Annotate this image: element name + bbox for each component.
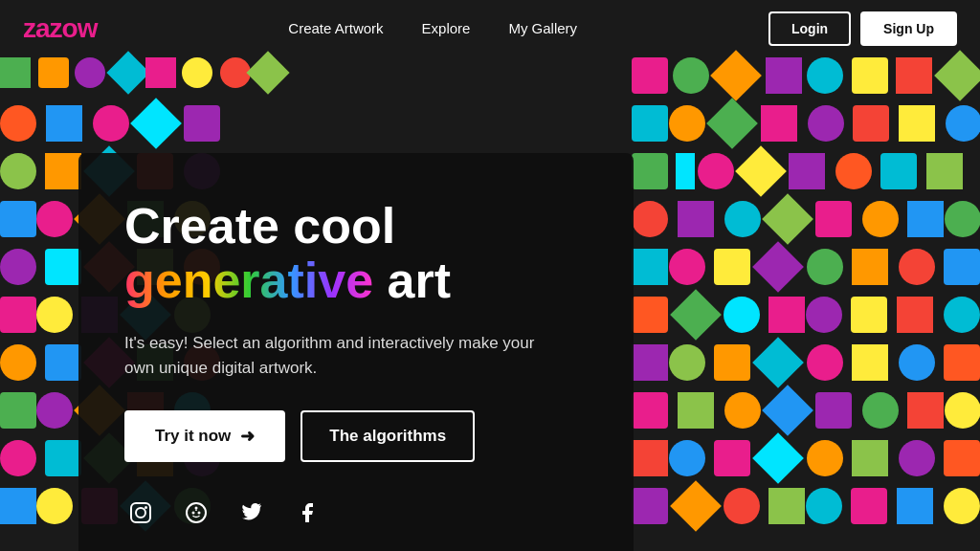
svg-rect-82 [45, 344, 81, 381]
svg-rect-16 [0, 105, 36, 142]
svg-point-54 [945, 201, 980, 237]
nav-item-my-gallery[interactable]: My Gallery [508, 20, 577, 37]
svg-rect-105 [907, 392, 944, 429]
social-icons [124, 496, 588, 529]
svg-rect-125 [632, 488, 668, 524]
svg-point-49 [724, 201, 761, 237]
the-algorithms-button[interactable]: The algorithms [301, 410, 475, 462]
svg-rect-17 [46, 105, 82, 142]
hero-title-line2: generative art [124, 253, 588, 308]
svg-point-137 [192, 512, 195, 515]
svg-point-134 [136, 508, 145, 518]
svg-rect-15 [934, 50, 980, 101]
svg-point-12 [807, 57, 843, 94]
svg-rect-63 [752, 241, 804, 293]
svg-point-43 [36, 201, 73, 237]
hero-buttons: Try it now ➜ The algorithms [124, 410, 588, 462]
svg-rect-40 [880, 153, 917, 189]
svg-rect-34 [632, 153, 668, 189]
svg-point-101 [724, 392, 761, 429]
svg-rect-42 [0, 201, 36, 237]
svg-point-127 [724, 488, 760, 524]
svg-rect-62 [714, 249, 750, 285]
svg-rect-68 [0, 297, 36, 333]
logo-text-prefix: zazo [23, 13, 78, 43]
svg-rect-41 [926, 153, 963, 189]
svg-rect-27 [899, 105, 935, 142]
svg-rect-3 [106, 51, 149, 94]
svg-rect-108 [45, 440, 81, 476]
svg-point-18 [93, 105, 129, 142]
svg-rect-115 [752, 432, 804, 484]
svg-point-69 [36, 297, 73, 333]
svg-rect-112 [632, 440, 668, 476]
signup-button[interactable]: Sign Up [860, 11, 957, 46]
svg-rect-20 [184, 105, 220, 142]
svg-rect-99 [632, 392, 668, 429]
svg-rect-86 [632, 344, 668, 381]
svg-rect-26 [853, 105, 889, 142]
svg-point-116 [807, 440, 843, 476]
svg-rect-50 [762, 193, 813, 245]
svg-rect-102 [762, 385, 813, 436]
facebook-icon[interactable] [291, 496, 323, 529]
logo-text-suffix: w [78, 13, 98, 43]
hero-title-generative: generative [124, 253, 373, 308]
svg-rect-13 [852, 57, 888, 94]
svg-point-39 [835, 153, 872, 189]
svg-rect-88 [714, 344, 750, 381]
instagram-icon[interactable] [124, 496, 157, 529]
svg-rect-48 [678, 201, 714, 237]
svg-point-129 [806, 488, 842, 524]
svg-rect-78 [851, 297, 887, 333]
svg-point-80 [944, 297, 980, 333]
twitter-icon[interactable] [235, 496, 268, 529]
try-it-now-button[interactable]: Try it now ➜ [124, 410, 285, 462]
svg-point-29 [0, 153, 36, 189]
nav-item-create-artwork[interactable]: Create Artwork [288, 20, 383, 37]
svg-point-87 [669, 344, 705, 381]
svg-point-95 [36, 392, 73, 429]
svg-rect-126 [670, 480, 722, 532]
svg-point-52 [862, 201, 899, 237]
svg-rect-10 [710, 50, 762, 101]
login-button[interactable]: Login [768, 11, 851, 46]
svg-rect-21 [632, 105, 668, 142]
logo[interactable]: zazow [23, 13, 97, 44]
svg-rect-120 [0, 488, 36, 524]
navbar: zazow Create Artwork Explore My Gallery … [0, 0, 980, 57]
svg-rect-0 [0, 57, 31, 88]
reddit-icon[interactable] [180, 496, 212, 529]
svg-point-104 [862, 392, 899, 429]
svg-rect-67 [944, 249, 980, 285]
svg-rect-19 [130, 98, 182, 149]
svg-point-81 [0, 344, 36, 381]
svg-rect-103 [815, 392, 852, 429]
svg-rect-53 [907, 201, 944, 237]
svg-point-5 [182, 57, 212, 88]
svg-rect-7 [246, 51, 289, 94]
svg-rect-37 [735, 145, 787, 197]
svg-rect-60 [632, 249, 668, 285]
svg-point-25 [808, 105, 844, 142]
svg-rect-6 [220, 57, 251, 88]
hero-description: It's easy! Select an algorithm and inter… [124, 331, 546, 380]
nav-actions: Login Sign Up [768, 11, 957, 46]
svg-rect-130 [851, 488, 887, 524]
svg-point-75 [724, 297, 760, 333]
nav-item-explore[interactable]: Explore [422, 20, 471, 37]
svg-point-118 [899, 440, 935, 476]
svg-rect-128 [768, 488, 805, 524]
svg-point-22 [669, 105, 705, 142]
svg-point-138 [198, 512, 201, 515]
svg-rect-93 [944, 344, 980, 381]
svg-point-106 [945, 392, 980, 429]
svg-rect-35 [676, 153, 695, 189]
svg-point-66 [899, 249, 935, 285]
svg-point-135 [145, 506, 147, 509]
svg-rect-119 [944, 440, 980, 476]
svg-rect-117 [852, 440, 888, 476]
hero-card: Create cool generative art It's easy! Se… [78, 153, 634, 551]
svg-point-55 [0, 249, 36, 285]
svg-rect-23 [706, 98, 758, 149]
